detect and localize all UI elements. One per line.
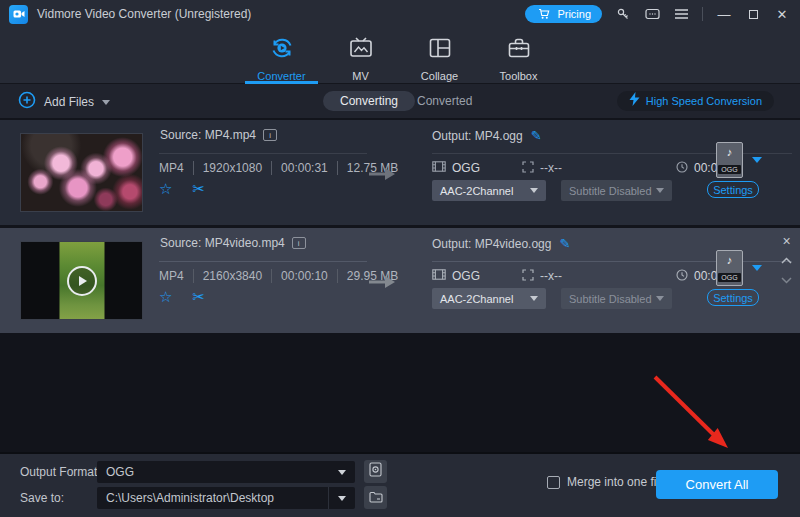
subtitle-value: Subtitle Disabled <box>569 185 652 197</box>
collage-icon <box>427 35 453 65</box>
move-down-icon[interactable] <box>781 270 792 288</box>
output-resolution-value: --x-- <box>540 269 562 283</box>
rename-pencil-icon[interactable]: ✎ <box>531 128 542 143</box>
add-files-label: Add Files <box>44 95 94 109</box>
high-speed-conversion-button[interactable]: High Speed Conversion <box>617 91 774 111</box>
save-to-label: Save to: <box>20 491 64 505</box>
tab-collage[interactable]: Collage <box>403 28 476 84</box>
music-note-icon: ♪ <box>727 255 733 266</box>
profile-chevron-down-icon[interactable] <box>752 157 762 163</box>
subtitle-select[interactable]: Subtitle Disabled <box>561 180 672 201</box>
play-icon[interactable] <box>67 266 97 296</box>
edit-effects-icon[interactable]: ☆ <box>159 181 172 196</box>
minimize-button[interactable]: — <box>716 8 732 21</box>
chevron-down-icon <box>338 470 346 475</box>
add-plus-icon <box>18 91 36 113</box>
divider <box>159 261 367 262</box>
video-thumbnail-portrait[interactable] <box>20 241 143 320</box>
convert-all-button[interactable]: Convert All <box>656 470 778 499</box>
mv-icon <box>348 35 374 65</box>
meta-resolution: 1920x1080 <box>193 161 271 175</box>
feedback-icon[interactable] <box>644 6 660 22</box>
info-icon[interactable]: i <box>292 237 306 249</box>
merge-checkbox[interactable] <box>547 476 560 489</box>
tab-mv-label: MV <box>352 70 369 82</box>
profile-settings-button[interactable] <box>364 460 387 483</box>
meta-resolution: 2160x3840 <box>193 269 271 283</box>
save-to-path: C:\Users\Administrator\Desktop <box>106 491 274 505</box>
audio-track-value: AAC-2Channel <box>440 293 513 305</box>
rename-pencil-icon[interactable]: ✎ <box>559 236 570 251</box>
clock-icon <box>676 269 688 284</box>
settings-button[interactable]: Settings <box>707 181 759 198</box>
menu-icon[interactable] <box>673 6 689 22</box>
output-filename: Output: MP4.ogg <box>432 129 523 143</box>
convert-all-label: Convert All <box>686 477 749 492</box>
titlebar-separator <box>702 7 703 21</box>
converted-label: Converted <box>417 94 472 108</box>
info-icon[interactable]: i <box>263 129 277 141</box>
output-format-value: OGG <box>452 269 480 283</box>
output-format-value: OGG <box>452 161 480 175</box>
output-format-select[interactable]: OGG <box>97 461 355 483</box>
lightning-icon <box>629 92 640 110</box>
tab-toolbox-label: Toolbox <box>500 70 538 82</box>
source-filename: Source: MP4.mp4 <box>160 128 256 142</box>
video-thumbnail-flowers[interactable] <box>20 133 143 212</box>
title-bar: Vidmore Video Converter (Unregistered) P… <box>0 0 800 28</box>
footer-bar: Output Format: OGG Save to: C:\Users\Adm… <box>0 452 800 517</box>
resize-icon <box>522 161 534 176</box>
audio-track-select[interactable]: AAC-2Channel <box>432 288 546 309</box>
tab-collage-label: Collage <box>421 70 458 82</box>
profile-chevron-down-icon[interactable] <box>752 265 762 271</box>
remove-file-icon[interactable]: × <box>782 234 790 248</box>
edit-effects-icon[interactable]: ☆ <box>159 289 172 304</box>
move-up-icon[interactable] <box>781 250 792 268</box>
annotation-arrow <box>640 364 740 456</box>
pricing-button[interactable]: Pricing <box>525 5 602 23</box>
resize-icon <box>522 269 534 284</box>
transfer-arrow-icon <box>368 274 396 294</box>
file-row-2: Source: MP4video.mp4 i MP4 2160x3840 00:… <box>0 228 800 333</box>
register-key-icon[interactable] <box>615 6 631 22</box>
save-to-select[interactable]: C:\Users\Administrator\Desktop <box>97 487 355 509</box>
chevron-down-icon <box>530 188 538 193</box>
chevron-down-icon <box>656 296 664 301</box>
tab-converter[interactable]: Converter <box>245 28 318 84</box>
meta-format: MP4 <box>159 269 193 283</box>
file-row-1: Source: MP4.mp4 i MP4 1920x1080 00:00:31… <box>0 120 800 225</box>
pricing-label: Pricing <box>557 8 591 20</box>
add-files-chevron-down-icon[interactable] <box>102 100 110 105</box>
main-nav: Converter MV Collage Toolbox <box>0 28 800 84</box>
add-files-button[interactable]: Add Files <box>18 91 110 113</box>
maximize-button[interactable] <box>745 10 761 19</box>
app-window: Vidmore Video Converter (Unregistered) P… <box>0 0 800 517</box>
settings-button[interactable]: Settings <box>707 289 759 306</box>
subtitle-select[interactable]: Subtitle Disabled <box>561 288 672 309</box>
cut-scissors-icon[interactable]: ✂ <box>192 289 205 304</box>
output-profile-icon[interactable]: ♪ OGG <box>716 142 743 178</box>
folder-icon <box>369 489 383 507</box>
close-button[interactable]: ✕ <box>774 8 790 21</box>
window-title: Vidmore Video Converter (Unregistered) <box>37 7 251 21</box>
app-logo-icon <box>9 5 28 24</box>
cart-icon <box>536 6 552 22</box>
format-badge: OGG <box>718 165 740 174</box>
tab-mv[interactable]: MV <box>324 28 397 84</box>
browse-folder-button[interactable] <box>364 486 387 509</box>
cut-scissors-icon[interactable]: ✂ <box>192 181 205 196</box>
tab-converting[interactable]: Converting <box>323 91 415 111</box>
transfer-arrow-icon <box>368 166 396 186</box>
settings-label: Settings <box>713 292 753 304</box>
format-badge: OGG <box>718 273 740 282</box>
meta-format: MP4 <box>159 161 193 175</box>
clock-icon <box>676 161 688 176</box>
output-profile-icon[interactable]: ♪ OGG <box>716 250 743 286</box>
tab-converted[interactable]: Converted <box>417 94 472 108</box>
subtitle-value: Subtitle Disabled <box>569 293 652 305</box>
tab-toolbox[interactable]: Toolbox <box>482 28 555 84</box>
toolbar: Add Files Converting Converted High Spee… <box>0 84 800 118</box>
source-filename: Source: MP4video.mp4 <box>160 236 285 250</box>
audio-track-select[interactable]: AAC-2Channel <box>432 180 546 201</box>
gear-file-icon <box>369 462 382 481</box>
